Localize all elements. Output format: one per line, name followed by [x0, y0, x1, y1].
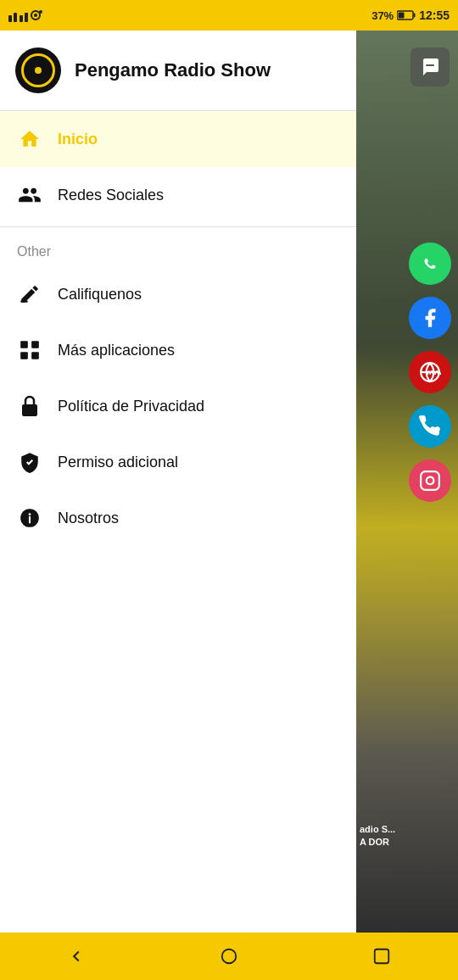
facebook-icon: [419, 307, 441, 329]
back-icon: [67, 947, 86, 966]
svg-rect-16: [20, 301, 28, 303]
svg-rect-19: [20, 352, 28, 359]
battery-text: 37%: [371, 9, 394, 22]
web-button[interactable]: WWW: [409, 351, 451, 393]
svg-rect-2: [20, 15, 23, 22]
nav-item-permiso-adicional[interactable]: Permiso adicional: [0, 434, 356, 490]
chat-icon-box[interactable]: [411, 47, 450, 86]
whatsapp-button[interactable]: [409, 242, 451, 285]
app-title: Pengamo Radio Show: [75, 59, 271, 81]
drawer-header: Pengamo Radio Show: [0, 31, 356, 111]
svg-rect-20: [31, 352, 39, 359]
back-button[interactable]: [51, 939, 102, 973]
nav-item-nosotros[interactable]: Nosotros: [0, 490, 356, 546]
section-other-label: Other: [0, 231, 356, 266]
svg-rect-10: [426, 64, 434, 66]
navigation-drawer: Pengamo Radio Show Inicio Redes Sociales…: [0, 31, 356, 933]
facebook-button[interactable]: [409, 297, 451, 339]
people-icon: [17, 182, 42, 208]
time-text: 12:55: [419, 8, 450, 22]
svg-rect-3: [25, 13, 28, 22]
nav-label-permiso: Permiso adicional: [58, 454, 178, 471]
nav-label-califiquenos: Califiquenos: [58, 286, 142, 303]
nav-label-redes-sociales: Redes Sociales: [58, 187, 164, 204]
nav-item-politica-privacidad[interactable]: Política de Privacidad: [0, 378, 356, 434]
home-icon: [17, 126, 42, 152]
svg-rect-18: [31, 341, 39, 348]
svg-rect-9: [399, 13, 405, 19]
lock-icon: [17, 393, 42, 419]
svg-rect-1: [14, 13, 17, 22]
nav-item-inicio[interactable]: Inicio: [0, 111, 356, 167]
recent-button[interactable]: [356, 939, 407, 973]
web-icon: WWW: [419, 361, 441, 383]
nav-item-mas-aplicaciones[interactable]: Más aplicaciones: [0, 322, 356, 378]
svg-point-5: [34, 14, 37, 17]
shield-check-icon: [17, 449, 42, 475]
svg-rect-8: [414, 14, 416, 18]
nav-label-politica: Política de Privacidad: [58, 398, 204, 415]
svg-rect-21: [22, 404, 37, 416]
app-logo: [15, 47, 61, 93]
info-icon: [17, 505, 42, 531]
battery-icon: [397, 10, 416, 20]
social-icons-column: WWW: [409, 242, 451, 502]
recent-icon: [372, 947, 391, 966]
nav-divider: [0, 226, 356, 227]
status-right: 37% 12:55: [371, 8, 450, 22]
status-left: [8, 8, 42, 22]
phone-button[interactable]: [409, 405, 451, 448]
instagram-icon: [419, 470, 441, 492]
overlay-bottom-text: adio S... A DOR: [360, 823, 395, 848]
apps-icon: [17, 337, 42, 363]
nav-label-mas-aplicaciones: Más aplicaciones: [58, 342, 175, 359]
rate-icon: [17, 281, 42, 307]
phone-icon: [419, 415, 441, 437]
home-nav-icon: [220, 947, 238, 966]
svg-rect-0: [8, 15, 12, 22]
home-button[interactable]: [204, 939, 254, 973]
nav-label-inicio: Inicio: [58, 131, 98, 148]
bottom-nav-bar: [0, 933, 458, 980]
svg-text:WWW: WWW: [427, 370, 441, 376]
svg-point-25: [222, 949, 237, 964]
svg-point-6: [39, 10, 42, 14]
nav-label-nosotros: Nosotros: [58, 509, 119, 527]
right-overlay: WWW adio S... A DOR: [356, 31, 458, 933]
signal-icons: [8, 8, 42, 22]
nav-item-califiquenos[interactable]: Califiquenos: [0, 266, 356, 322]
status-bar: 37% 12:55: [0, 0, 458, 31]
chat-icon: [420, 57, 440, 77]
svg-rect-14: [421, 471, 439, 490]
nav-item-redes-sociales[interactable]: Redes Sociales: [0, 167, 356, 223]
instagram-button[interactable]: [409, 459, 451, 502]
svg-rect-17: [20, 341, 28, 348]
svg-rect-26: [375, 949, 389, 964]
whatsapp-icon: [419, 253, 441, 275]
